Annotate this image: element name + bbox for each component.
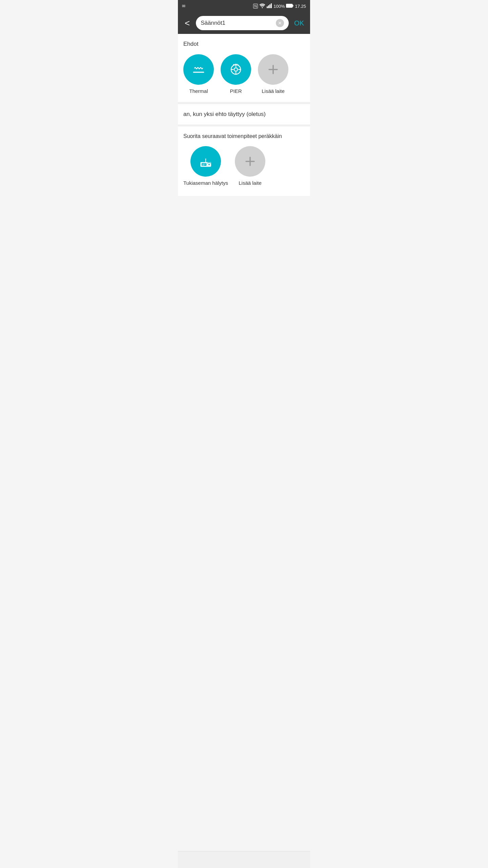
nav-bar: < ✕ OK bbox=[178, 12, 310, 34]
signal-icon bbox=[267, 3, 272, 9]
nfc-icon: N bbox=[253, 4, 258, 8]
wifi-icon bbox=[259, 3, 265, 9]
svg-rect-3 bbox=[269, 4, 270, 8]
add-condition-circle bbox=[258, 54, 288, 85]
conditions-title: Ehdot bbox=[183, 41, 305, 47]
status-bar-left: ✉ bbox=[182, 4, 185, 8]
condition-row[interactable]: an, kun yksi ehto täyttyy (oletus) bbox=[178, 104, 310, 124]
bottom-bar bbox=[178, 851, 310, 868]
add-action-icon bbox=[243, 155, 257, 168]
thermal-icon-circle bbox=[183, 54, 214, 85]
hub-label: Tukiaseman hälytys bbox=[183, 180, 228, 186]
pier-icon-circle bbox=[221, 54, 251, 85]
add-condition-label: Lisää laite bbox=[262, 88, 285, 94]
svg-point-9 bbox=[234, 68, 238, 71]
clear-button[interactable]: ✕ bbox=[276, 19, 284, 27]
add-condition-item[interactable]: Lisää laite bbox=[258, 54, 288, 94]
ok-button[interactable]: OK bbox=[292, 18, 306, 28]
back-button[interactable]: < bbox=[182, 17, 192, 29]
hub-device-item[interactable]: Tukiaseman hälytys bbox=[183, 146, 228, 186]
pier-label: PIER bbox=[230, 88, 242, 94]
svg-rect-1 bbox=[267, 6, 268, 8]
mail-icon: ✉ bbox=[182, 4, 185, 8]
status-bar: ✉ N 100% 17.25 bbox=[178, 0, 310, 12]
condition-text: an, kun yksi ehto täyttyy (oletus) bbox=[183, 111, 266, 117]
clear-icon: ✕ bbox=[278, 20, 282, 26]
add-condition-icon bbox=[266, 63, 280, 76]
add-action-item[interactable]: Lisää laite bbox=[235, 146, 265, 186]
battery-icon bbox=[286, 4, 293, 9]
search-input[interactable] bbox=[201, 20, 273, 26]
svg-point-22 bbox=[205, 159, 206, 160]
thermal-device-item[interactable]: Thermal bbox=[183, 54, 214, 94]
hub-icon-circle bbox=[190, 146, 221, 177]
svg-point-0 bbox=[262, 7, 263, 8]
svg-rect-5 bbox=[286, 4, 292, 7]
svg-rect-17 bbox=[202, 163, 206, 166]
search-bar: ✕ bbox=[196, 16, 289, 30]
svg-rect-4 bbox=[271, 3, 272, 8]
time-label: 17.25 bbox=[295, 4, 306, 9]
pier-device-item[interactable]: PIER bbox=[221, 54, 251, 94]
conditions-devices-row: Thermal bbox=[183, 54, 305, 94]
svg-rect-2 bbox=[268, 5, 269, 8]
hub-icon bbox=[197, 153, 215, 170]
svg-rect-6 bbox=[293, 5, 293, 6]
pier-icon bbox=[227, 61, 245, 78]
thermal-icon bbox=[190, 61, 207, 78]
add-action-label: Lisää laite bbox=[239, 180, 262, 186]
conditions-section: Ehdot Thermal bbox=[178, 34, 310, 102]
svg-point-18 bbox=[208, 164, 210, 165]
thermal-label: Thermal bbox=[189, 88, 208, 94]
actions-section: Suorita seuraavat toimenpiteet peräkkäin bbox=[178, 126, 310, 196]
main-content: Ehdot Thermal bbox=[178, 34, 310, 196]
actions-title: Suorita seuraavat toimenpiteet peräkkäin bbox=[183, 133, 305, 139]
battery-label: 100% bbox=[273, 4, 285, 9]
actions-devices-row: Tukiaseman hälytys Lisää laite bbox=[183, 146, 305, 186]
status-bar-right: N 100% 17.25 bbox=[253, 3, 306, 9]
add-action-circle bbox=[235, 146, 265, 177]
